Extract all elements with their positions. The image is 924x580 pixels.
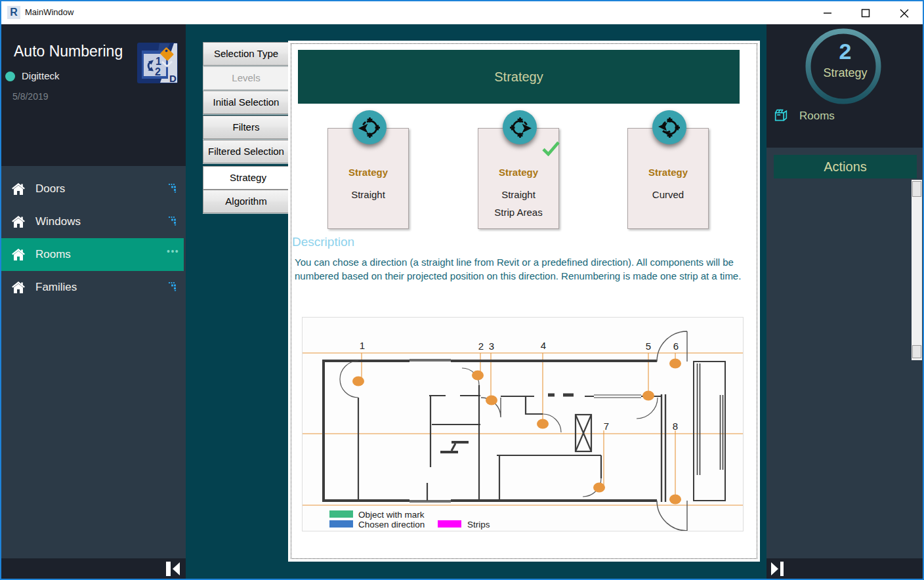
svg-text:Object with mark: Object with mark xyxy=(358,510,425,520)
svg-text:4: 4 xyxy=(541,340,546,351)
svg-text:7: 7 xyxy=(604,421,609,432)
svg-text:6: 6 xyxy=(673,341,679,352)
svg-text:2: 2 xyxy=(478,341,484,352)
svg-text:8: 8 xyxy=(673,421,678,432)
svg-text:1: 1 xyxy=(360,340,365,351)
svg-text:2: 2 xyxy=(155,66,161,77)
svg-text:1: 1 xyxy=(156,56,161,67)
svg-text:Strips: Strips xyxy=(467,520,490,529)
svg-text:Strategy: Strategy xyxy=(823,66,867,79)
svg-text:D: D xyxy=(169,73,177,83)
svg-text:3: 3 xyxy=(489,341,494,352)
svg-text:2: 2 xyxy=(839,39,852,64)
svg-text:5: 5 xyxy=(646,341,651,352)
svg-text:Chosen direction: Chosen direction xyxy=(358,520,425,529)
